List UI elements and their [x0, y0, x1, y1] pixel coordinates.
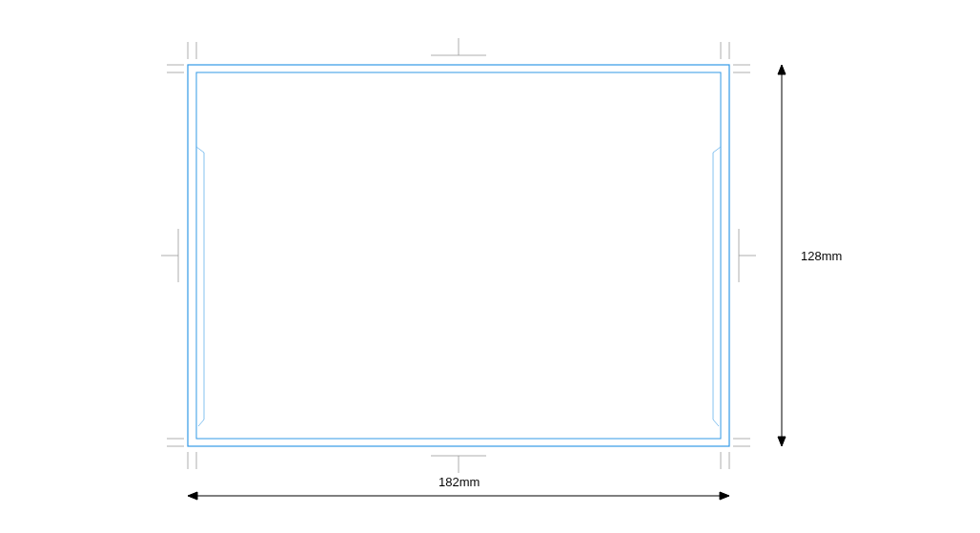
- inner-right-edge: [713, 147, 721, 426]
- inner-rectangle: [196, 72, 721, 439]
- horizontal-dimension-arrow: [188, 492, 729, 500]
- height-dimension-label: 128mm: [801, 249, 842, 263]
- svg-marker-26: [778, 437, 786, 446]
- crop-marks: [167, 42, 750, 469]
- outer-rectangle: [188, 65, 729, 446]
- center-marks: [161, 38, 756, 473]
- inner-left-edge: [196, 147, 204, 426]
- width-dimension-label: 182mm: [439, 475, 480, 489]
- svg-marker-28: [188, 492, 197, 500]
- diagram-svg: [0, 0, 980, 533]
- svg-marker-25: [778, 65, 786, 74]
- vertical-dimension-arrow: [778, 65, 786, 446]
- svg-marker-29: [720, 492, 729, 500]
- diagram-stage: 128mm 182mm: [0, 0, 980, 533]
